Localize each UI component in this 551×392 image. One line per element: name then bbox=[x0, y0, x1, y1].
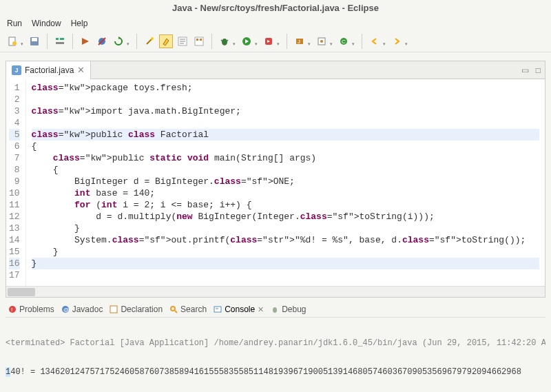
refresh-button[interactable] bbox=[112, 34, 125, 48]
new-button[interactable] bbox=[6, 34, 19, 48]
svg-rect-4 bbox=[56, 38, 59, 40]
javadoc-icon: @ bbox=[61, 305, 70, 313]
editor-area: J Factorial.java ✕ ▭ □ 12345678910111213… bbox=[6, 61, 545, 298]
console-status-line: <terminated> Factorial [Java Application… bbox=[6, 338, 545, 348]
debug-icon bbox=[271, 305, 279, 313]
horizontal-scrollbar[interactable] bbox=[6, 286, 545, 297]
svg-rect-5 bbox=[60, 38, 64, 40]
window-title: Java - New/src/toys/fresh/Factorial.java… bbox=[0, 0, 551, 16]
bottom-panel: ! Problems @ Javadoc Declaration Search … bbox=[6, 302, 545, 392]
minimize-view-icon[interactable]: ▭ bbox=[521, 65, 529, 75]
run-button[interactable] bbox=[240, 34, 253, 48]
view-tab-problems[interactable]: ! Problems bbox=[8, 305, 54, 314]
view-tab-search[interactable]: Search bbox=[169, 305, 207, 314]
main-toolbar: J C bbox=[0, 31, 551, 52]
debug-button[interactable] bbox=[218, 34, 231, 48]
editor-tab-bar: J Factorial.java ✕ ▭ □ bbox=[6, 61, 545, 79]
back-nav-button[interactable] bbox=[368, 34, 382, 48]
console-output[interactable]: <terminated> Factorial [Java Application… bbox=[6, 318, 545, 392]
highlight-button[interactable] bbox=[159, 34, 173, 48]
debug-step-button[interactable] bbox=[79, 34, 92, 48]
package-button[interactable] bbox=[192, 34, 206, 48]
declaration-icon bbox=[110, 305, 118, 313]
view-tab-declaration[interactable]: Declaration bbox=[110, 305, 163, 314]
menu-help[interactable]: Help bbox=[71, 19, 88, 28]
svg-rect-3 bbox=[32, 38, 37, 41]
svg-rect-33 bbox=[110, 306, 117, 313]
problems-icon: ! bbox=[8, 305, 17, 313]
search-icon bbox=[169, 305, 178, 313]
line-number-gutter: 1234567891011121314151617 bbox=[6, 79, 26, 286]
new-package-button[interactable] bbox=[315, 34, 329, 48]
view-tab-debug[interactable]: Debug bbox=[271, 305, 306, 314]
new-class-button[interactable]: C bbox=[337, 34, 351, 48]
code-editor[interactable]: 1234567891011121314151617 class="kw">pac… bbox=[6, 79, 545, 286]
menu-window[interactable]: Window bbox=[32, 19, 61, 28]
run-external-button[interactable] bbox=[262, 34, 276, 48]
maximize-view-icon[interactable]: □ bbox=[536, 65, 541, 75]
svg-rect-15 bbox=[195, 37, 203, 45]
svg-rect-16 bbox=[196, 39, 198, 41]
svg-rect-36 bbox=[214, 307, 221, 312]
menu-run[interactable]: Run bbox=[7, 19, 22, 28]
svg-point-10 bbox=[151, 37, 154, 40]
menu-bar: Run Window Help bbox=[0, 16, 551, 31]
console-tab-close-icon[interactable]: ✕ bbox=[258, 305, 264, 314]
svg-point-18 bbox=[222, 39, 227, 45]
views-tab-bar: ! Problems @ Javadoc Declaration Search … bbox=[6, 302, 545, 318]
console-output-line: 140! = 134620124757175246058760738589416… bbox=[6, 367, 545, 377]
svg-point-26 bbox=[320, 40, 323, 43]
wand-button[interactable] bbox=[143, 34, 156, 48]
view-tab-javadoc[interactable]: @ Javadoc bbox=[61, 305, 103, 314]
svg-text:C: C bbox=[342, 39, 346, 45]
java-file-icon: J bbox=[12, 65, 21, 75]
tab-close-icon[interactable]: ✕ bbox=[77, 65, 85, 75]
svg-text:@: @ bbox=[63, 307, 69, 313]
editor-tab-label: Factorial.java bbox=[25, 65, 74, 75]
console-icon bbox=[214, 305, 222, 313]
svg-rect-17 bbox=[200, 39, 202, 41]
view-tab-console[interactable]: Console ✕ bbox=[214, 305, 264, 314]
editor-tab-factorial[interactable]: J Factorial.java ✕ bbox=[6, 61, 91, 79]
skip-breakpoints-button[interactable] bbox=[95, 34, 109, 48]
toggle-breadcrumb-button[interactable] bbox=[53, 34, 67, 48]
svg-text:!: ! bbox=[11, 307, 12, 313]
svg-text:J: J bbox=[298, 39, 300, 45]
svg-point-1 bbox=[12, 41, 17, 45]
code-content[interactable]: class="kw">package toys.fresh; class="kw… bbox=[26, 79, 545, 286]
new-java-button[interactable]: J bbox=[293, 34, 306, 48]
svg-rect-6 bbox=[56, 42, 64, 44]
svg-line-35 bbox=[175, 311, 177, 313]
save-button[interactable] bbox=[28, 34, 41, 48]
svg-point-38 bbox=[273, 307, 277, 313]
svg-point-34 bbox=[171, 307, 175, 311]
forward-nav-button[interactable] bbox=[390, 34, 404, 48]
text-button[interactable] bbox=[176, 34, 189, 48]
